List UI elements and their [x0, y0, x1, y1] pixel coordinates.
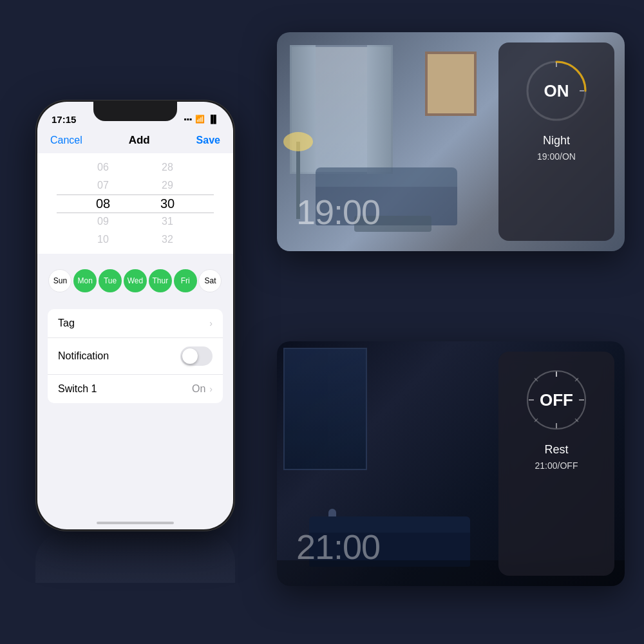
- toggle-knob: [182, 348, 198, 364]
- notification-toggle[interactable]: [180, 346, 213, 366]
- time-picker[interactable]: 06 07 08 09 10 28 29 30 31 32: [37, 153, 233, 254]
- picker-line-top: [57, 194, 214, 195]
- notification-label: Notification: [58, 350, 109, 362]
- day-fri[interactable]: Fri: [174, 269, 197, 292]
- save-button[interactable]: Save: [196, 135, 220, 146]
- day-tue[interactable]: Tue: [99, 269, 122, 292]
- picker-line-bottom: [57, 213, 214, 213]
- tablet-top-time: 19:00: [296, 192, 380, 232]
- day-room-background: 19:00 ON Night 19:00/ON: [277, 32, 625, 251]
- schedule-bottom: 21:00/OFF: [535, 460, 578, 471]
- status-time: 17:15: [52, 114, 76, 125]
- nav-bar: Cancel Add Save: [37, 130, 233, 153]
- tablet-bottom-panel: 21:00 OFF R: [277, 341, 625, 586]
- battery-icon: ▐▌: [208, 115, 219, 124]
- tablet-bottom-time: 21:00: [296, 527, 380, 567]
- notification-row[interactable]: Notification: [48, 338, 223, 375]
- day-mon[interactable]: Mon: [73, 269, 97, 292]
- phone-body: 17:15 ▪▪▪ 📶 ▐▌ Cancel Add Save 06: [35, 100, 235, 531]
- day-sun[interactable]: Sun: [48, 269, 71, 292]
- minute-picker[interactable]: 28 29 30 31 32: [148, 158, 187, 249]
- chevron-right-icon: ›: [209, 318, 213, 328]
- on-dial: ON: [521, 55, 592, 126]
- scene-name-bottom: Rest: [544, 443, 568, 457]
- day-sat[interactable]: Sat: [198, 269, 222, 292]
- tag-row[interactable]: Tag ›: [48, 309, 223, 338]
- home-indicator: [97, 522, 174, 524]
- night-room-background: 21:00 OFF R: [277, 341, 625, 586]
- tag-label: Tag: [58, 317, 75, 329]
- state-label-on: ON: [544, 81, 569, 101]
- state-label-off: OFF: [540, 390, 573, 410]
- day-thur[interactable]: Thur: [149, 269, 172, 292]
- settings-section: Tag › Notification Switch 1 On: [48, 309, 223, 403]
- switch1-label: Switch 1: [58, 383, 97, 395]
- hour-picker[interactable]: 06 07 08 09 10: [84, 158, 122, 249]
- phone-mockup: 17:15 ▪▪▪ 📶 ▐▌ Cancel Add Save 06: [35, 100, 235, 531]
- control-panel-top: ON Night 19:00/ON: [498, 43, 614, 241]
- schedule-top: 19:00/ON: [537, 151, 576, 162]
- phone-notch: [93, 102, 177, 121]
- cellular-icon: ▪▪▪: [184, 115, 192, 124]
- off-dial: OFF: [521, 365, 592, 435]
- curtain-left: [290, 45, 316, 174]
- wall-picture: [425, 52, 477, 116]
- wifi-icon: 📶: [195, 115, 205, 124]
- day-wed[interactable]: Wed: [124, 269, 147, 292]
- switch1-right: On ›: [192, 383, 213, 395]
- curtain-right: [367, 45, 393, 174]
- nav-title: Add: [129, 134, 150, 147]
- status-icons: ▪▪▪ 📶 ▐▌: [184, 115, 219, 124]
- switch1-chevron-icon: ›: [209, 384, 213, 394]
- cancel-button[interactable]: Cancel: [50, 135, 82, 146]
- tablet-top-panel: 19:00 ON Night 19:00/ON: [277, 32, 625, 251]
- phone-reflection: [35, 531, 235, 583]
- days-selector[interactable]: Sun Mon Tue Wed Thur Fri Sat: [37, 260, 233, 301]
- control-panel-bottom: OFF Rest 21:00/OFF: [498, 352, 614, 576]
- night-window: [283, 348, 367, 470]
- phone-screen: 17:15 ▪▪▪ 📶 ▐▌ Cancel Add Save 06: [37, 102, 233, 529]
- tag-right: ›: [209, 318, 213, 328]
- switch1-value: On: [192, 383, 205, 395]
- scene-name-top: Night: [543, 134, 570, 147]
- switch1-row[interactable]: Switch 1 On ›: [48, 375, 223, 403]
